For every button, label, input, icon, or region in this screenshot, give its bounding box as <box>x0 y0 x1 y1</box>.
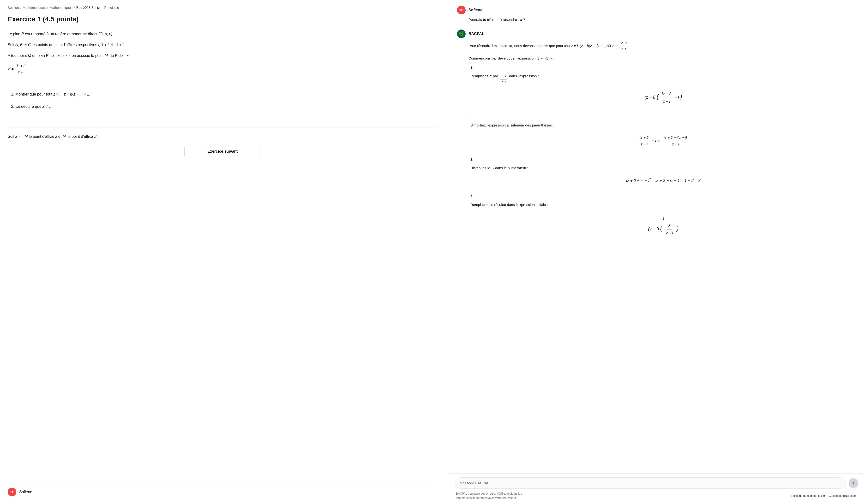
bot-transition: Commençons par développer l'expression (… <box>468 55 856 61</box>
privacy-link[interactable]: Politique de confidentialité <box>792 494 825 497</box>
step-1: Remplacez z′ par iz+2 z−i dans l'express… <box>470 64 856 109</box>
next-exercise-button[interactable]: Exercice suivant <box>184 146 261 157</box>
send-button[interactable] <box>849 478 858 488</box>
user-name: Sofiene <box>19 490 32 494</box>
bot-steps: Remplacez z′ par iz+2 z−i dans l'express… <box>470 64 856 240</box>
questions-list: Montrer que pour tout z ≠ i, (z − i)(z′ … <box>15 91 437 116</box>
problem-formula: z′ = iz + 2 z − i . <box>8 63 437 75</box>
problem-line-intro: Le plan P est rapporté à un repère ortho… <box>8 31 437 38</box>
chat-input-row <box>455 477 858 489</box>
divider <box>8 127 437 128</box>
chat-avatar-bot: 🌿 <box>457 29 466 38</box>
chat-disclaimer: BACPAL peut faire des erreurs. Vérifiez … <box>456 492 533 500</box>
chat-input-area: BACPAL peut faire des erreurs. Vérifiez … <box>449 473 864 504</box>
step-4: Remplacez ce résultat dans l'expression … <box>470 193 856 240</box>
right-panel: TE Sofiene Pourrais-tu m'aider à résoudr… <box>449 0 864 504</box>
exercise-title: Exercice 1 (4.5 points) <box>8 15 437 23</box>
step-3-formula: iz + 2 − iz + i2 = iz + 2 − iz − 1 = 1 +… <box>470 177 856 184</box>
question-2: En déduire que z′ ≠ i. <box>15 103 437 110</box>
chat-sender-user: Sofiene <box>468 8 482 12</box>
problem-block: Le plan P est rapporté à un repère ortho… <box>8 31 437 80</box>
step-1-formula: (z − i) ( iz + 2 z − i − i ) <box>470 91 856 105</box>
chat-messages: TE Sofiene Pourrais-tu m'aider à résoudr… <box>449 0 864 473</box>
step-2: Simplifiez l'expression à l'intérieur de… <box>470 113 856 152</box>
chat-input[interactable] <box>455 477 846 489</box>
breadcrumb-math1[interactable]: Mathématiques <box>23 6 46 10</box>
breadcrumb: Section / Mathématiques / Mathématiques … <box>8 6 437 10</box>
user-bar: TE Sofiene <box>8 483 437 498</box>
step-4-formula: ↓ (z − i) ( 3 z − i ) <box>470 214 856 237</box>
user-avatar: TE <box>8 488 16 496</box>
breadcrumb-current[interactable]: Bac 2023 Session Principale <box>76 6 119 10</box>
chat-message-body-user: Pourrais-tu m'aider à résoudre 1a ? <box>457 16 856 23</box>
chat-links: Politique de confidentialité Conditions … <box>792 494 857 497</box>
left-panel: Section / Mathématiques / Mathématiques … <box>0 0 449 504</box>
chat-avatar-user: TE <box>457 6 466 14</box>
chat-message-header-user: TE Sofiene <box>457 6 856 14</box>
question-1: Montrer que pour tout z ≠ i, (z − i)(z′ … <box>15 91 437 97</box>
problem-line-1: Soit A, B et C les points du plan d'affi… <box>8 41 437 48</box>
breadcrumb-section[interactable]: Section <box>8 6 19 10</box>
bot-intro: Pour résoudre l'exercice 1a, nous devons… <box>468 40 856 52</box>
chat-footer: BACPAL peut faire des erreurs. Vérifiez … <box>455 492 858 502</box>
bottom-problem: Soit z ≠ i, M le point d'affixe z et M′ … <box>8 133 437 140</box>
chat-message-bot: 🌿 BACPAL Pour résoudre l'exercice 1a, no… <box>457 29 856 240</box>
send-icon <box>851 481 856 485</box>
chat-message-user: TE Sofiene Pourrais-tu m'aider à résoudr… <box>457 6 856 23</box>
problem-line-2: A tout point M du plan P d'affixe z ≠ i,… <box>8 52 437 59</box>
chat-sender-bot: BACPAL <box>468 32 484 36</box>
step-2-formula: iz + 2 z − i − i = iz + 2 − i(z − i) z −… <box>470 134 856 147</box>
chat-message-header-bot: 🌿 BACPAL <box>457 29 856 38</box>
conditions-link[interactable]: Conditions d'utilisation <box>829 494 857 497</box>
chat-message-body-bot: Pour résoudre l'exercice 1a, nous devons… <box>457 40 856 240</box>
step-3: Distribuez le −i dans le numérateur : iz… <box>470 156 856 188</box>
breadcrumb-math2[interactable]: Mathématiques <box>49 6 72 10</box>
